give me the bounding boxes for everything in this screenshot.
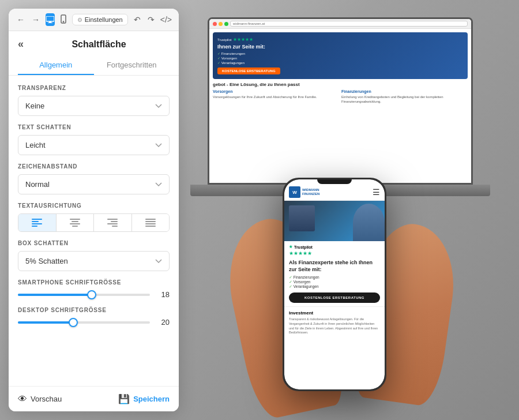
text-schatten-label: TEXT SCHATTEN — [18, 124, 170, 130]
svg-rect-14 — [111, 221, 118, 222]
mobile-view-button[interactable] — [59, 14, 67, 25]
trustpilot-logo: ★ — [289, 245, 292, 249]
phone-screen: W WIDMANN FINANZEN ☰ ★ Trustpilo — [284, 179, 385, 389]
settings-panel: ← → ⚙ Einstellungen ↶ ↷ </> « Schaltfläc… — [9, 9, 179, 411]
svg-rect-2 — [48, 22, 52, 23]
box-schatten-dropdown[interactable]: Kein5% Schatten10% Schatten20% Schatten — [18, 251, 170, 271]
panel-title: Schaltfläche — [28, 39, 170, 50]
phone-hero-person — [353, 204, 385, 241]
phone-check-3: Veranlagungen — [289, 284, 380, 289]
desktop-schrift-track[interactable] — [18, 321, 150, 324]
laptop-cta-button[interactable]: KOSTENLOSE ERSTBERATUNG — [217, 68, 280, 74]
back-button[interactable]: ← — [16, 15, 26, 24]
laptop-two-col: Vorsorgen Vorsorgelösungen für Ihre Zuku… — [213, 89, 468, 104]
align-right-icon — [107, 219, 118, 227]
preview-button[interactable]: 👁 Vorschau — [18, 394, 62, 404]
phone-tagline: Als Finanzexperte stehe ich Ihnen zur Se… — [284, 260, 385, 273]
preview-label: Vorschau — [31, 395, 62, 403]
settings-url-icon: ⚙ — [77, 17, 82, 23]
phone-checks: Finanzierungen Vorsorgen Veranlagungen — [284, 275, 385, 289]
phone-header: W WIDMANN FINANZEN ☰ — [284, 184, 385, 201]
phone-logo: W WIDMANN FINANZEN — [289, 186, 319, 198]
desktop-schrift-fill — [18, 321, 73, 324]
panel-footer: 👁 Vorschau 💾 Speichern — [9, 386, 179, 411]
laptop-check-2: Vorsorgen — [217, 56, 463, 60]
laptop-hero: Trustpilot ★★★★★ Ihnen zur Seite mit: Fi… — [213, 32, 468, 79]
phone-investment-text: Transparent & risikobewusst Anlagelösung… — [289, 317, 380, 335]
laptop-col-vorsorgen: Vorsorgen Vorsorgelösungen für Ihre Zuku… — [213, 89, 339, 104]
desktop-schrift-label: DESKTOP SCHRIFTGRÖSSE — [18, 307, 170, 313]
phone-hero-image — [284, 201, 385, 241]
laptop-url: widmann-finanzen.at — [230, 21, 468, 27]
tab-fortgeschritten[interactable]: Fortgeschritten — [94, 56, 170, 75]
align-right-button[interactable] — [94, 214, 132, 231]
code-button[interactable]: </> — [160, 15, 172, 24]
max-dot — [224, 22, 228, 26]
align-left-button[interactable] — [18, 214, 57, 231]
undo-button[interactable]: ↶ — [133, 15, 142, 24]
svg-point-4 — [63, 21, 63, 21]
transparenz-label: TRANSPARENZ — [18, 85, 170, 91]
laptop-screen-content: Trustpilot ★★★★★ Ihnen zur Seite mit: Fi… — [209, 29, 471, 108]
phone-trust-section: ★ Trustpilot ★★★★★ — [284, 241, 385, 260]
forward-button[interactable]: → — [31, 15, 41, 24]
laptop-toolbar: widmann-finanzen.at — [209, 19, 471, 29]
phone-notch — [317, 179, 352, 184]
svg-rect-9 — [70, 219, 80, 220]
laptop-offer-text: gebot - Eine Lösung, die zu Ihnen passt — [213, 82, 468, 87]
browser-url-bar[interactable]: ⚙ Einstellungen — [72, 14, 128, 25]
align-left-icon — [32, 219, 42, 227]
min-dot — [219, 22, 223, 26]
smartphone-schrift-label: SMARTPHONE SCHRIFTGRÖSSE — [18, 279, 170, 286]
svg-rect-16 — [112, 226, 118, 227]
save-button[interactable]: 💾 Speichern — [118, 393, 170, 404]
align-justify-button[interactable] — [132, 214, 170, 231]
laptop-checks: Finanzierungen Vorsorgen Veranlagungen — [217, 51, 463, 65]
svg-rect-20 — [145, 226, 156, 227]
laptop-tagline: Ihnen zur Seite mit: — [217, 44, 463, 50]
smartphone-schrift-thumb[interactable] — [87, 290, 96, 299]
save-label: Speichern — [133, 395, 170, 403]
svg-rect-6 — [32, 221, 39, 222]
align-center-icon — [70, 219, 80, 227]
back-chevron-button[interactable]: « — [18, 38, 24, 50]
phone-trustpilot-row: ★ Trustpilot — [289, 245, 380, 249]
box-schatten-label: BOX SCHATTEN — [18, 240, 170, 246]
phone-logo-icon: W — [289, 186, 300, 198]
redo-button[interactable]: ↷ — [146, 15, 156, 24]
phone-menu-icon: ☰ — [373, 187, 380, 197]
smartphone-schrift-value: 18 — [156, 290, 170, 299]
phone-stars: ★★★★★ — [289, 250, 380, 256]
phone-check-2: Vorsorgen — [289, 280, 380, 284]
svg-rect-15 — [107, 223, 118, 224]
phone-investment-title: Investment — [289, 310, 380, 316]
laptop-check-1: Finanzierungen — [217, 51, 463, 55]
align-justify-icon — [145, 219, 156, 227]
phone-investment-section: Investment Transparent & risikobewusst A… — [284, 306, 385, 339]
zeichenabstand-dropdown[interactable]: NormalEngWeit — [18, 174, 170, 194]
svg-rect-19 — [145, 223, 156, 224]
monitor-icon — [46, 16, 54, 23]
desktop-schrift-thumb[interactable] — [69, 318, 78, 327]
laptop-check-3: Veranlagungen — [217, 61, 463, 65]
svg-rect-17 — [145, 219, 156, 220]
text-schatten-dropdown[interactable]: KeineLeichtMittelStark — [18, 135, 170, 155]
align-center-button[interactable] — [57, 214, 95, 231]
tab-allgemein[interactable]: Allgemein — [18, 56, 94, 75]
panel-body: TRANSPARENZ Keine10%20%30%50% TEXT SCHAT… — [9, 76, 179, 386]
desktop-schrift-slider-row: 20 — [18, 318, 170, 327]
device-desktop-icon — [46, 13, 55, 26]
smartphone-schrift-slider-row: 18 — [18, 290, 170, 299]
save-cloud-icon: 💾 — [118, 393, 130, 404]
zeichenabstand-label: ZEICHENABSTAND — [18, 163, 170, 170]
phone-cta-button[interactable]: KOSTENLOSE ERSTBERATUNG — [289, 292, 380, 303]
svg-rect-8 — [32, 226, 37, 227]
textausrichtung-label: TEXTAUSRICHTUNG — [18, 202, 170, 209]
panel-tabs: Allgemein Fortgeschritten — [9, 50, 179, 76]
transparenz-dropdown[interactable]: Keine10%20%30%50% — [18, 96, 170, 116]
text-alignment-group — [18, 213, 170, 232]
svg-rect-18 — [145, 221, 156, 222]
smartphone-schrift-track[interactable] — [18, 294, 150, 296]
svg-rect-7 — [32, 223, 42, 224]
browser-url-text: Einstellungen — [85, 16, 123, 23]
